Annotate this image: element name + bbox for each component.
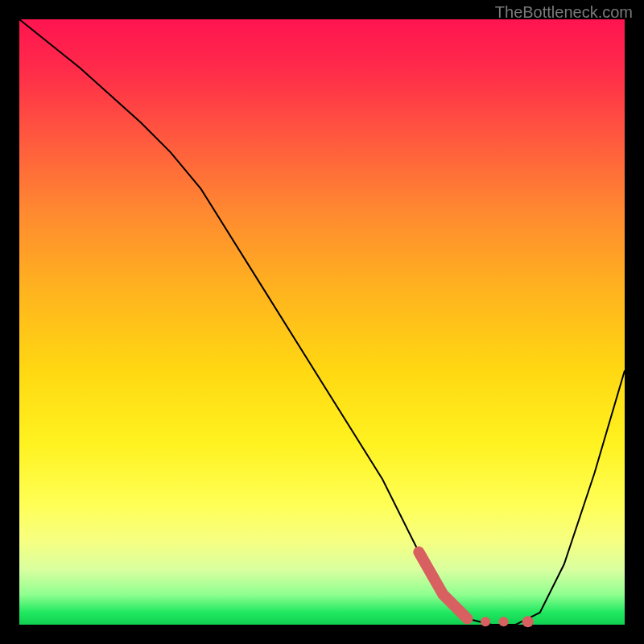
watermark-text: TheBottleneck.com — [495, 3, 633, 22]
highlight-segment — [419, 552, 467, 619]
highlight-dot-1 — [481, 617, 490, 626]
chart-svg — [19, 19, 625, 625]
highlight-dot-2 — [499, 617, 509, 626]
chart-plot-area — [19, 19, 625, 625]
highlight-dot-3 — [522, 616, 534, 627]
bottleneck-curve-line — [19, 19, 625, 625]
